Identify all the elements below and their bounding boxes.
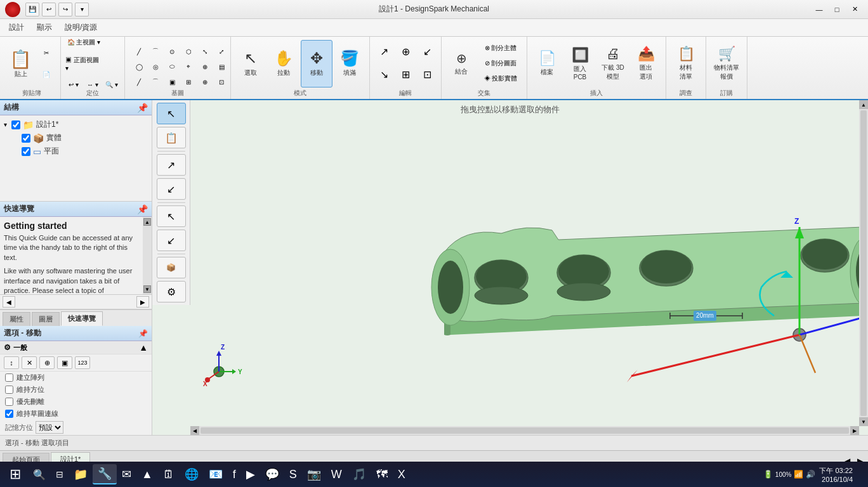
tree-item-plane[interactable]: ▭ 平面 bbox=[3, 145, 149, 158]
more-btn[interactable]: ▾ bbox=[75, 3, 89, 16]
move-mode-button[interactable]: ✥ 移動 bbox=[301, 40, 332, 88]
export-options-button[interactable]: 📤 匯出選項 bbox=[630, 40, 662, 88]
edit-btn-3[interactable]: ↙ bbox=[417, 41, 437, 62]
scroll-up-arrow[interactable]: ▲ bbox=[143, 218, 151, 226]
quick-guide-pin[interactable]: 📌 bbox=[137, 204, 148, 214]
paste-button[interactable]: 📋 貼上 bbox=[6, 41, 35, 86]
taskbar-word[interactable]: W bbox=[326, 464, 347, 484]
prefer-delete-checkbox[interactable] bbox=[5, 398, 13, 406]
taskbar-gmail[interactable]: ✉ bbox=[117, 464, 136, 484]
select-tool[interactable]: ↖ bbox=[157, 103, 186, 124]
undo-btn[interactable]: ↩ bbox=[42, 3, 56, 16]
save-btn[interactable]: 💾 bbox=[25, 3, 39, 16]
zoom-button[interactable]: 🔍 ▾ bbox=[103, 74, 121, 94]
cut-button[interactable]: ✂ bbox=[36, 42, 56, 63]
tree-item-design[interactable]: ▾ 📁 設計1* bbox=[3, 118, 149, 131]
copy-button[interactable]: 📄 bbox=[36, 64, 56, 84]
close-button[interactable]: ✕ bbox=[846, 3, 863, 16]
select-mode-button[interactable]: ↖ 選取 bbox=[235, 40, 266, 88]
quick-guide-scrollbar[interactable]: ▲ ▼ bbox=[143, 217, 152, 294]
maximize-button[interactable]: □ bbox=[829, 3, 845, 16]
rotate-move-tool[interactable]: ↙ bbox=[157, 178, 186, 200]
edit-btn-5[interactable]: ⊞ bbox=[395, 64, 416, 84]
menu-item-view[interactable]: 顯示 bbox=[30, 20, 58, 36]
tab-layers[interactable]: 圖層 bbox=[32, 312, 60, 326]
edit-btn-1[interactable]: ↗ bbox=[374, 41, 394, 62]
taskbar-map[interactable]: 🗺 bbox=[371, 464, 393, 484]
tool-num[interactable]: 123 bbox=[75, 356, 90, 369]
project-solid-button[interactable]: ◈ 投影實體 bbox=[478, 72, 523, 86]
tab-quick-guide[interactable]: 快速導覽 bbox=[61, 311, 103, 326]
h-scrollbar[interactable]: ◀ ▶ bbox=[190, 426, 859, 435]
scroll-down[interactable]: ▼ bbox=[859, 417, 868, 426]
pin-icon[interactable]: 📌 bbox=[137, 103, 148, 113]
tool-plus[interactable]: ⊕ bbox=[39, 356, 55, 369]
start-button[interactable]: ⊞ bbox=[3, 463, 28, 486]
copy-tool[interactable]: 📋 bbox=[157, 127, 186, 148]
maintain-sketch-checkbox[interactable] bbox=[5, 410, 13, 418]
scroll-right[interactable]: ▶ bbox=[850, 426, 859, 435]
tool-cross[interactable]: ✕ bbox=[22, 356, 37, 369]
edit-btn-6[interactable]: ⊡ bbox=[417, 64, 437, 84]
plane-checkbox[interactable] bbox=[22, 147, 30, 156]
taskbar-line[interactable]: 💬 bbox=[260, 464, 284, 484]
taskbar-calendar[interactable]: 🗓 bbox=[158, 464, 180, 484]
menu-item-help[interactable]: 說明/資源 bbox=[58, 20, 103, 36]
3d-tool[interactable]: 📦 bbox=[157, 257, 186, 278]
taskbar-excel[interactable]: X bbox=[393, 464, 411, 484]
taskbar-explorer[interactable]: 📁 bbox=[69, 464, 93, 484]
settings-tool[interactable]: ⚙ bbox=[157, 281, 186, 302]
taskbar-email[interactable]: 📧 bbox=[204, 464, 228, 484]
scroll-left[interactable]: ◀ bbox=[190, 426, 199, 435]
scroll-down-arrow[interactable]: ▼ bbox=[143, 285, 151, 293]
rotate2-tool[interactable]: ↙ bbox=[157, 230, 186, 251]
taskbar-music[interactable]: 🎵 bbox=[347, 464, 371, 484]
price-quote-button[interactable]: 🛒 物料清單報價 bbox=[710, 40, 743, 88]
location-dropdown[interactable]: 預設 bbox=[36, 421, 63, 434]
taskbar-skype[interactable]: S bbox=[284, 464, 302, 484]
edit-btn-2[interactable]: ⊕ bbox=[395, 41, 416, 62]
design-checkbox[interactable] bbox=[11, 120, 20, 129]
redo-btn[interactable]: ↪ bbox=[58, 3, 72, 16]
taskbar-clock[interactable]: 下午 03:22 2016/10/4 bbox=[819, 466, 853, 483]
v-scrollbar[interactable]: ▲ ▼ bbox=[859, 100, 868, 426]
combine-button[interactable]: ⊕ 結合 bbox=[445, 40, 477, 88]
menu-item-design[interactable]: 設計 bbox=[3, 20, 30, 36]
pull-mode-button[interactable]: ✋ 拉動 bbox=[268, 40, 299, 88]
bom-button[interactable]: 📋 材料清單 bbox=[670, 40, 702, 88]
taskbar-designspark[interactable]: 🔧 bbox=[93, 464, 117, 484]
taskbar-play[interactable]: ▶ bbox=[241, 464, 260, 484]
task-view-btn[interactable]: ⊟ bbox=[51, 464, 69, 484]
maintain-orientation-checkbox[interactable] bbox=[5, 386, 13, 394]
create-array-checkbox[interactable] bbox=[5, 373, 13, 382]
solid-checkbox[interactable] bbox=[22, 134, 30, 143]
search-btn[interactable]: 🔍 bbox=[28, 464, 51, 484]
download-3d-button[interactable]: 🖨 下載 3D模型 bbox=[597, 40, 629, 88]
taskbar-camera[interactable]: 📷 bbox=[302, 464, 326, 484]
split-face-button[interactable]: ⊘ 剖分圖面 bbox=[478, 56, 523, 70]
taskbar-chrome[interactable]: 🌐 bbox=[180, 464, 204, 484]
import-pcb-button[interactable]: 🔲 匯入PCB bbox=[564, 40, 596, 88]
files-button[interactable]: 📄 檔案 bbox=[531, 40, 563, 88]
scale2-tool[interactable]: ↖ bbox=[157, 205, 186, 227]
split-body-button[interactable]: ⊗ 剖分主體 bbox=[478, 41, 523, 55]
tab-properties[interactable]: 屬性 bbox=[3, 312, 30, 326]
fill-mode-button[interactable]: 🪣 填滿 bbox=[334, 40, 365, 88]
edit-btn-4[interactable]: ↘ bbox=[374, 64, 394, 84]
options-header[interactable]: 選項 - 移動 📌 bbox=[0, 326, 152, 341]
rotate-button[interactable]: ↩ ▾ bbox=[65, 74, 82, 94]
front-view-button[interactable]: ▣ 正面視圖 ▾ bbox=[65, 53, 103, 74]
draw-btn-18[interactable]: ⊡ bbox=[211, 72, 232, 92]
nav-right[interactable]: ▶ bbox=[136, 296, 149, 308]
tool-updown[interactable]: ↕ bbox=[4, 356, 19, 369]
tool-square[interactable]: ▣ bbox=[57, 356, 72, 369]
scale-move-tool[interactable]: ↗ bbox=[157, 154, 186, 176]
scroll-up[interactable]: ▲ bbox=[859, 100, 868, 109]
taskbar-fb[interactable]: f bbox=[228, 464, 241, 484]
taskbar-drive[interactable]: ▲ bbox=[136, 464, 158, 484]
tree-item-solid[interactable]: 📦 實體 bbox=[3, 131, 149, 145]
nav-left[interactable]: ◀ bbox=[3, 296, 15, 308]
minimize-button[interactable]: — bbox=[811, 3, 827, 16]
home-view-button[interactable]: 🏠 主視圖 ▾ bbox=[65, 37, 103, 53]
section-collapse[interactable]: ▲ bbox=[139, 342, 148, 353]
